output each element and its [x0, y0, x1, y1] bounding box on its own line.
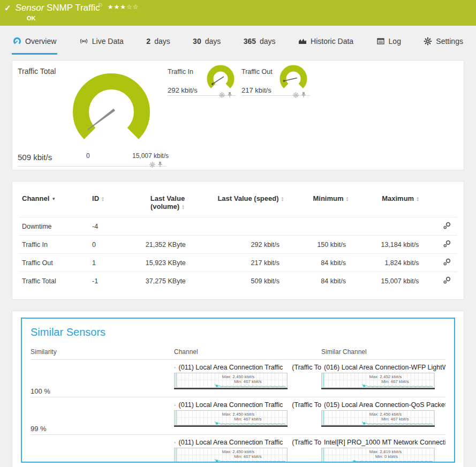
- tab-365-days-label: days: [260, 37, 276, 46]
- sort-icon: ▲▼: [416, 197, 419, 202]
- tab-live-data[interactable]: Live Data: [78, 33, 125, 55]
- similar-sensors-title: Similar Sensors: [31, 326, 445, 338]
- traffic-total-label: Traffic Total: [18, 67, 56, 76]
- priority-stars[interactable]: ★★★☆☆: [108, 3, 139, 11]
- channel-mini-graph[interactable]: Max: 2,450 kbit/s Min: 467 kbit/s: [174, 410, 288, 427]
- log-icon: [376, 37, 385, 46]
- sensor-header: ✓ Sensor SNMP Traffic⚐ ★★★☆☆ OK: [0, 0, 476, 26]
- channel-name[interactable]: Traffic Out: [19, 254, 89, 272]
- graph-min-label: Min: 467 kbit/s: [381, 379, 409, 384]
- table-row: Traffic Out 1 15,923 KByte 217 kbit/s 84…: [19, 254, 457, 272]
- channel-name[interactable]: Traffic In: [19, 236, 89, 254]
- gauge-pin-icon[interactable]: [227, 91, 232, 100]
- similar-row: 99 % (011) Local Area Connection Traffic…: [31, 397, 445, 435]
- graph-min-label: Min: 0 kbit/s: [375, 454, 398, 459]
- col-channel: Channel: [174, 348, 321, 356]
- graph-min-label: Min: 467 kbit/s: [234, 379, 262, 384]
- col-id[interactable]: ID▲▼: [89, 189, 131, 217]
- col-channel[interactable]: Channel▼: [19, 189, 89, 217]
- move-icon: [174, 365, 176, 371]
- channel-name[interactable]: Downtime: [19, 217, 89, 236]
- move-icon: [174, 402, 176, 408]
- sensor-title: SNMP Traffic: [47, 3, 100, 13]
- tab-30-days-number: 30: [193, 37, 201, 46]
- tab-365-days[interactable]: 365 days: [243, 33, 277, 55]
- settings-gear-icon: [424, 37, 432, 46]
- channel-link[interactable]: (011) Local Area Connection Traffic (Tra…: [174, 364, 321, 371]
- traffic-total-gauge: [66, 69, 157, 150]
- gauge-scale-min: 0: [86, 152, 90, 160]
- sort-icon: ▲▼: [281, 197, 284, 202]
- channel-mini-graph[interactable]: Max: 2,452 kbit/s Min: 467 kbit/s: [321, 373, 435, 389]
- tab-historic-data[interactable]: Historic Data: [297, 33, 354, 55]
- tab-settings[interactable]: Settings: [422, 33, 464, 55]
- graph-min-label: Min: 467 kbit/s: [234, 454, 262, 459]
- gauge-settings-gear-icon[interactable]: [149, 160, 155, 170]
- gauge-icon: [13, 37, 21, 46]
- channel-mini-graph[interactable]: Max: 2,819 kbit/s Min: 0 kbit/s: [321, 448, 435, 463]
- gauge-settings-gear-icon[interactable]: [219, 91, 225, 100]
- similar-channel-link[interactable]: Intel[R] PRO_1000 MT Network Connection …: [321, 439, 445, 446]
- traffic-in-label: Traffic In: [168, 68, 193, 76]
- gauge-pin-icon[interactable]: [301, 91, 306, 100]
- similar-sensors-panel: Similar Sensors Similarity Channel Simil…: [12, 311, 464, 467]
- channel-mini-graph[interactable]: Max: 2,450 kbit/s Min: 467 kbit/s: [174, 448, 288, 463]
- traffic-out-label: Traffic Out: [241, 68, 273, 76]
- col-minimum[interactable]: Minimum▲▼: [298, 189, 364, 217]
- table-row: Traffic In 0 21,352 KByte 292 kbit/s 150…: [19, 236, 457, 254]
- graph-min-label: Min: 467 kbit/s: [381, 417, 409, 421]
- col-similarity: Similarity: [31, 348, 174, 356]
- similar-sensors-box: Similar Sensors Similarity Channel Simil…: [21, 318, 455, 463]
- col-last-value-speed[interactable]: Last Value (speed)▲▼: [204, 189, 298, 217]
- table-row: Downtime -4: [19, 217, 457, 236]
- sort-icon: ▲▼: [182, 205, 185, 210]
- tab-live-data-label: Live Data: [92, 37, 124, 46]
- sort-icon: ▲▼: [101, 197, 104, 202]
- channel-mini-graph[interactable]: Max: 2,450 kbit/s Min: 467 kbit/s: [174, 373, 288, 389]
- col-similar-channel: Similar Channel: [321, 348, 445, 356]
- live-data-icon: [79, 37, 88, 46]
- channel-settings-icon[interactable]: [443, 222, 451, 231]
- similarity-value: 99 %: [31, 425, 174, 434]
- move-icon: [174, 440, 176, 446]
- object-kind-label: Sensor: [16, 3, 44, 13]
- gauge-pin-icon[interactable]: [157, 160, 163, 170]
- tab-30-days[interactable]: 30 days: [192, 33, 222, 55]
- graph-max-label: Max: 2,450 kbit/s: [222, 412, 254, 417]
- table-row: Traffic Total -1 37,275 KByte 509 kbit/s…: [19, 272, 457, 290]
- channel-link[interactable]: (011) Local Area Connection Traffic (Tra…: [174, 401, 321, 409]
- sort-desc-icon: ▼: [51, 197, 56, 201]
- gauge-settings-gear-icon[interactable]: [293, 91, 299, 100]
- similar-channel-link[interactable]: (015) Local Area Connection-QoS Packet S…: [321, 401, 445, 409]
- similar-channel-link[interactable]: (016) Local Area Connection-WFP LightWei…: [321, 364, 445, 371]
- channel-settings-icon[interactable]: [443, 258, 451, 267]
- tab-overview-label: Overview: [25, 37, 56, 46]
- channel-settings-icon[interactable]: [443, 276, 451, 285]
- channel-link[interactable]: (011) Local Area Connection Traffic (Tra…: [174, 439, 321, 446]
- graph-max-label: Max: 2,450 kbit/s: [222, 449, 254, 454]
- tab-bar: Overview Live Data 2 days 30 days 365 da…: [12, 33, 464, 55]
- channel-name[interactable]: Traffic Total: [19, 272, 89, 290]
- tab-log-label: Log: [389, 37, 401, 46]
- tab-log[interactable]: Log: [375, 33, 402, 55]
- channel-mini-graph[interactable]: Max: 2,450 kbit/s Min: 467 kbit/s: [321, 410, 435, 427]
- graph-max-label: Max: 2,450 kbit/s: [369, 412, 402, 417]
- tab-2-days[interactable]: 2 days: [145, 33, 171, 55]
- tab-overview[interactable]: Overview: [12, 33, 57, 55]
- tab-365-days-number: 365: [244, 37, 256, 46]
- channel-settings-icon[interactable]: [443, 240, 451, 249]
- status-badge: OK: [27, 15, 471, 21]
- col-last-value-volume[interactable]: Last Value(volume)▲▼: [131, 189, 204, 217]
- tab-historic-data-label: Historic Data: [311, 37, 353, 46]
- flag-icon[interactable]: ⚐: [97, 2, 103, 9]
- similar-row: 100 % (011) Local Area Connection Traffi…: [31, 360, 445, 397]
- tab-settings-label: Settings: [436, 37, 463, 46]
- col-maximum[interactable]: Maximum▲▼: [364, 189, 437, 217]
- graph-max-label: Max: 2,450 kbit/s: [222, 374, 254, 379]
- tab-2-days-number: 2: [146, 37, 150, 46]
- tab-30-days-label: days: [205, 37, 221, 46]
- graph-max-label: Max: 2,452 kbit/s: [369, 374, 402, 379]
- channel-table-panel: Channel▼ ID▲▼ Last Value(volume)▲▼ Last …: [12, 181, 464, 300]
- tab-2-days-label: days: [154, 37, 170, 46]
- similar-row: 85 % (011) Local Area Connection Traffic…: [31, 435, 445, 463]
